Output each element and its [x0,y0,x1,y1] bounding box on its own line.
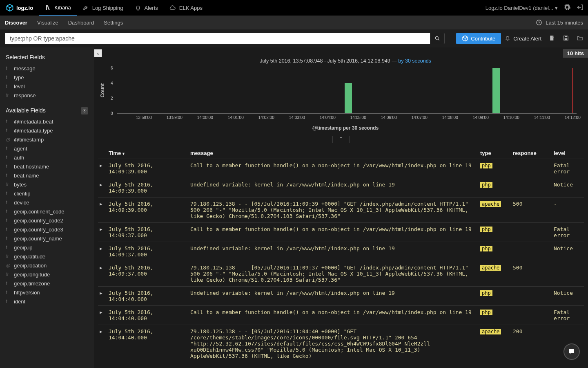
field-available-geoip.timezone[interactable]: tgeoip.timezone [6,279,88,288]
field-available-@metadata.beat[interactable]: t@metadata.beat [6,117,88,126]
field-available-geoip.ip[interactable]: tgeoip.ip [6,243,88,252]
open-icon[interactable] [577,35,583,43]
field-selected-response[interactable]: #response [6,91,88,100]
field-type-icon: t [6,173,11,178]
field-available-geoip.country_code2[interactable]: tgeoip.country_code2 [6,216,88,225]
table-row[interactable]: ▸July 5th 2016, 14:09:39.000Undefined va… [98,178,584,197]
svg-point-5 [84,110,85,112]
field-available-ident[interactable]: tident [6,297,88,306]
help-button[interactable] [564,343,580,360]
field-available-beat.name[interactable]: tbeat.name [6,171,88,180]
expand-row-icon[interactable]: ▸ [100,201,109,219]
table-row[interactable]: ▸July 5th 2016, 14:04:40.000Call to a me… [98,305,584,325]
field-name: message [14,65,36,72]
field-available-geoip.country_name[interactable]: tgeoip.country_name [6,234,88,243]
field-selected-message[interactable]: tmessage [6,64,88,73]
cell-level: Fatal error [554,226,582,238]
table-row[interactable]: ▸July 5th 2016, 14:04:40.000Undefined va… [98,286,584,305]
top-tab-kibana[interactable]: Kibana [39,0,76,16]
query-input[interactable] [5,33,430,44]
field-available-device[interactable]: tdevice [6,198,88,207]
expand-row-icon[interactable]: ▸ [100,265,109,283]
svg-rect-4 [565,38,568,40]
cell-level: Notice [554,290,582,302]
field-available-httpversion[interactable]: thttpversion [6,288,88,297]
run-query-button[interactable] [430,33,445,44]
top-tab-alerts-label: Alerts [145,5,158,11]
expand-row-icon[interactable]: ▸ [100,245,109,258]
histogram-plot[interactable]: 024613:58:0013:59:0014:00:0014:01:0014:0… [117,68,577,114]
col-response-header[interactable]: response [513,150,554,156]
cell-time: July 5th 2016, 14:09:37.000 [109,226,190,238]
cell-response: 200 [513,328,554,359]
top-tab-log-shipping-label: Log Shipping [92,5,123,11]
expand-row-icon[interactable]: ▸ [100,290,109,302]
field-selected-type[interactable]: ttype [6,73,88,82]
brand-logo[interactable]: logz.io [0,4,39,12]
save-icon[interactable] [563,35,569,43]
histogram-bar[interactable] [345,83,352,113]
field-name: @timestamp [14,137,44,143]
field-available-auth[interactable]: tauth [6,153,88,162]
table-row[interactable]: ▸July 5th 2016, 14:09:39.000Call to a me… [98,159,584,178]
expand-row-icon[interactable]: ▸ [100,309,109,321]
cube-icon [462,35,468,42]
field-type-icon: t [6,155,11,160]
cell-type: apache [480,201,513,219]
field-type-icon: t [6,128,11,133]
top-tab-alerts[interactable]: Alerts [129,0,164,16]
expand-row-icon[interactable]: ▸ [100,182,109,194]
field-available-geoip.country_code3[interactable]: tgeoip.country_code3 [6,225,88,234]
field-available-beat.hostname[interactable]: tbeat.hostname [6,162,88,171]
histogram-bar[interactable] [492,68,500,113]
knav-dashboard[interactable]: Dashboard [68,20,94,26]
account-name: Logz.io DanielDev1 (daniel... [486,5,553,11]
knav-discover[interactable]: Discover [5,20,27,26]
logout-icon[interactable] [577,4,584,12]
field-type-icon: t [6,298,11,304]
cell-type: php [480,226,513,238]
col-type-header[interactable]: type [480,150,513,156]
expand-row-icon[interactable]: ▸ [100,226,109,238]
table-row[interactable]: ▸July 5th 2016, 14:09:37.00079.180.125.1… [98,261,584,286]
field-available-@timestamp[interactable]: ◷@timestamp [6,135,88,144]
fields-settings-button[interactable] [81,107,88,114]
field-available-agent[interactable]: tagent [6,144,88,153]
top-tab-elk-apps[interactable]: ELK Apps [164,0,208,16]
create-alert-button[interactable]: Create Alert [504,35,541,42]
expand-row-icon[interactable]: ▸ [100,328,109,359]
knav-visualize[interactable]: Visualize [37,20,58,26]
settings-gear-icon[interactable] [564,4,571,12]
new-icon[interactable] [549,35,555,43]
field-type-icon: t [6,218,11,223]
table-row[interactable]: ▸July 5th 2016, 14:09:37.000Call to a me… [98,222,584,242]
time-range-picker[interactable]: Last 15 minutes [546,20,583,26]
top-tab-log-shipping[interactable]: Log Shipping [77,0,129,16]
field-selected-level[interactable]: tlevel [6,82,88,91]
table-row[interactable]: ▸July 5th 2016, 14:09:37.000Undefined va… [98,242,584,261]
table-row[interactable]: ▸July 5th 2016, 14:04:40.00079.180.125.1… [98,325,584,362]
field-available-bytes[interactable]: #bytes [6,180,88,189]
cell-type: php [480,162,513,175]
contribute-button[interactable]: Contribute [456,33,501,44]
field-available-geoip.location[interactable]: ◎geoip.location [6,261,88,270]
field-name: auth [14,155,24,161]
field-available-geoip.continent_code[interactable]: tgeoip.continent_code [6,207,88,216]
col-time-header[interactable]: Time▼ [109,150,190,156]
table-row[interactable]: ▸July 5th 2016, 14:09:39.00079.180.125.1… [98,197,584,222]
field-available-geoip.longitude[interactable]: #geoip.longitude [6,270,88,279]
field-available-@metadata.type[interactable]: t@metadata.type [6,126,88,135]
cell-type: php [480,245,513,258]
knav-settings[interactable]: Settings [104,20,123,26]
bell-icon [504,35,511,42]
create-alert-label: Create Alert [513,36,541,42]
field-available-clientip[interactable]: tclientip [6,189,88,198]
col-level-header[interactable]: level [554,150,582,156]
account-menu[interactable]: Logz.io DanielDev1 (daniel... ▾ [486,5,558,11]
col-message-header[interactable]: message [190,150,480,156]
sort-desc-icon: ▼ [122,152,125,156]
expand-row-icon[interactable]: ▸ [100,162,109,175]
chart-x-label: @timestamp per 30 seconds [112,125,579,131]
chart-collapse-button[interactable]: ˆ [332,136,350,143]
field-available-geoip.latitude[interactable]: #geoip.latitude [6,252,88,261]
